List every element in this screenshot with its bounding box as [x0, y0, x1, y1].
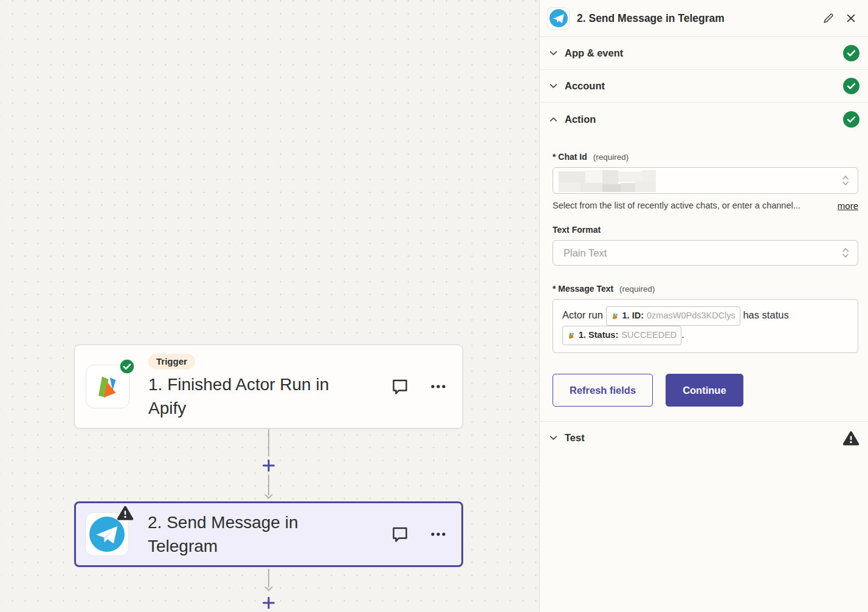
telegram-icon: [549, 9, 568, 27]
section-action[interactable]: Action: [540, 103, 868, 136]
section-label: App & event: [565, 47, 623, 59]
section-account[interactable]: Account: [540, 70, 868, 103]
section-label: Action: [565, 114, 596, 125]
apify-icon: [567, 331, 576, 340]
status-token-pill[interactable]: 1. Status: SUCCEEDED: [562, 326, 681, 345]
text-format-value: Plain Text: [563, 247, 607, 259]
apify-icon-container: [86, 365, 129, 408]
comment-button[interactable]: [391, 377, 409, 396]
success-check-icon: [843, 111, 859, 128]
warning-icon: [842, 430, 859, 446]
telegram-icon-container: [85, 512, 129, 556]
connector-line: [268, 569, 269, 587]
action-form: * Chat Id (required) Selec: [540, 136, 868, 421]
step-settings-panel: 2. Send Message in Telegram App & event: [539, 0, 868, 612]
message-text-segment: .: [681, 329, 684, 340]
telegram-icon-container: [547, 7, 570, 30]
required-marker: *: [553, 284, 556, 294]
success-check-icon: [119, 359, 135, 374]
message-text-input[interactable]: Actor run 1. ID: 0zmasW0Pds3KDClys has s…: [553, 299, 858, 353]
comment-button[interactable]: [391, 525, 409, 543]
apify-icon: [611, 312, 619, 320]
action-step-title: 2. Send Message in Telegram: [148, 511, 354, 558]
arrow-down-icon: [264, 493, 274, 499]
pencil-icon: [822, 12, 835, 24]
select-caret-icon: [841, 173, 850, 188]
more-options-button[interactable]: [430, 384, 446, 389]
text-format-label: Text Format: [553, 225, 858, 235]
success-check-icon: [843, 78, 859, 94]
edit-title-button[interactable]: [820, 10, 837, 27]
add-step-button[interactable]: [261, 458, 277, 473]
message-text-label: * Message Text (required): [553, 284, 858, 294]
text-format-select[interactable]: Plain Text: [553, 240, 858, 266]
panel-header: 2. Send Message in Telegram: [540, 0, 868, 37]
message-text-segment: has status: [743, 309, 788, 320]
action-step-card[interactable]: 2. Send Message in Telegram: [74, 501, 463, 567]
add-step-icon: [262, 596, 275, 610]
section-test[interactable]: Test: [540, 421, 868, 454]
arrow-down-icon: [264, 586, 274, 591]
warning-icon: [117, 505, 134, 521]
chevron-down-icon: [548, 432, 559, 444]
connector-line: [268, 429, 269, 456]
panel-title: 2. Send Message in Telegram: [577, 12, 725, 25]
chevron-up-icon: [548, 114, 559, 125]
chevron-down-icon: [548, 80, 559, 92]
section-label: Test: [565, 432, 585, 444]
ellipsis-icon: [430, 532, 446, 537]
section-label: Account: [565, 80, 605, 92]
add-step-icon: [262, 459, 275, 472]
section-app-event[interactable]: App & event: [540, 37, 868, 70]
id-token-pill[interactable]: 1. ID: 0zmasW0Pds3KDClys: [606, 306, 740, 326]
chat-id-label: * Chat Id (required): [553, 152, 858, 162]
close-icon: [846, 13, 856, 24]
close-panel-button[interactable]: [843, 10, 859, 26]
more-options-button[interactable]: [430, 532, 446, 537]
add-step-button[interactable]: [261, 595, 277, 611]
apify-icon: [93, 372, 122, 401]
required-marker: *: [553, 152, 556, 162]
success-check-icon: [843, 45, 859, 61]
connector-line: [268, 475, 269, 495]
chevron-down-icon: [548, 47, 559, 59]
trigger-step-card[interactable]: Trigger 1. Finished Actor Run in Apify: [74, 345, 463, 428]
trigger-step-title: 1. Finished Actor Run in Apify: [148, 373, 355, 420]
more-link[interactable]: more: [838, 201, 858, 211]
comment-icon: [391, 377, 409, 396]
workflow-canvas[interactable]: Trigger 1. Finished Actor Run in Apify: [0, 0, 539, 612]
trigger-badge: Trigger: [148, 354, 195, 370]
comment-icon: [391, 525, 409, 543]
telegram-icon: [89, 517, 125, 552]
chat-id-helper-text: Select from the list of recently active …: [553, 201, 829, 210]
message-text-segment: Actor run: [562, 309, 603, 320]
redacted-value: [559, 170, 656, 192]
chat-id-select[interactable]: [553, 167, 858, 194]
continue-button[interactable]: Continue: [666, 374, 743, 407]
select-caret-icon: [841, 246, 850, 260]
refresh-fields-button[interactable]: Refresh fields: [553, 374, 653, 407]
ellipsis-icon: [430, 384, 446, 389]
